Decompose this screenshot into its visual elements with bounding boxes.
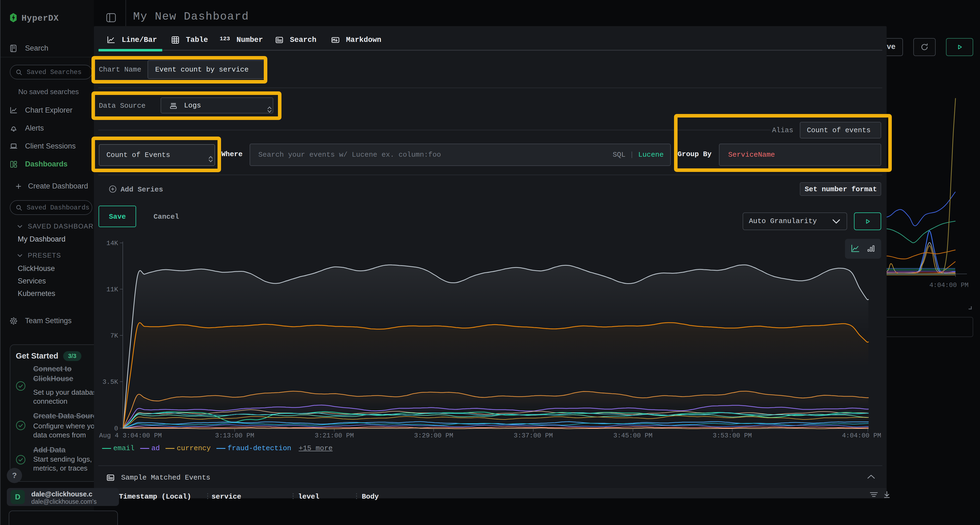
- svg-text:0: 0: [115, 425, 118, 432]
- svg-text:3:53:00 PM: 3:53:00 PM: [713, 432, 752, 439]
- svg-text:7K: 7K: [110, 332, 118, 339]
- svg-text:3:37:00 PM: 3:37:00 PM: [514, 432, 553, 439]
- svg-text:Aug 4 3:04:00 PM: Aug 4 3:04:00 PM: [99, 432, 162, 439]
- svg-text:3:45:00 PM: 3:45:00 PM: [613, 432, 652, 439]
- svg-text:4:04:00 PM: 4:04:00 PM: [842, 432, 881, 439]
- svg-text:11K: 11K: [107, 286, 118, 293]
- svg-text:3:21:00 PM: 3:21:00 PM: [315, 432, 354, 439]
- svg-text:3:29:00 PM: 3:29:00 PM: [414, 432, 453, 439]
- svg-text:4:04:00 PM: 4:04:00 PM: [929, 282, 969, 289]
- svg-text:3.5K: 3.5K: [102, 378, 118, 386]
- svg-text:3:13:00 PM: 3:13:00 PM: [215, 432, 254, 439]
- svg-text:14K: 14K: [107, 240, 118, 247]
